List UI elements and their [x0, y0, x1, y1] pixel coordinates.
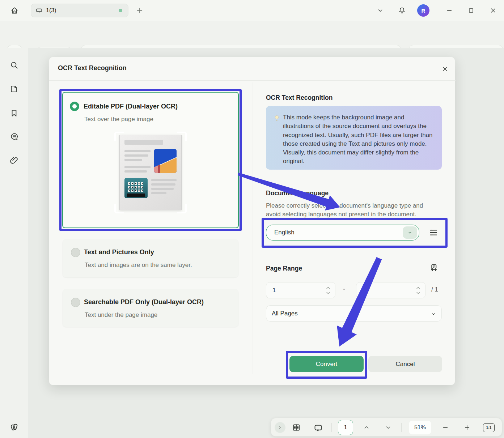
home-icon [10, 6, 19, 15]
close-icon [441, 65, 449, 73]
zoom-level[interactable]: 51% [409, 421, 431, 434]
statusbar: 1 51% 1:1 [271, 418, 502, 437]
scan-corner-icon [114, 204, 124, 213]
chevron-up-down-icon [326, 285, 331, 296]
scan-corner-icon [114, 132, 124, 141]
option-title: Text and Pictures Only [84, 248, 154, 256]
home-button[interactable] [8, 4, 21, 17]
language-settings-button[interactable] [427, 226, 440, 239]
dialog-title: OCR Text Recognition [58, 64, 127, 72]
preview-photo-windows [124, 178, 148, 198]
page-from-field [266, 282, 335, 298]
monitor-icon [35, 7, 43, 14]
new-tab-button[interactable] [133, 4, 146, 17]
lightbulb-icon [273, 115, 280, 123]
page-from-input[interactable] [266, 282, 335, 298]
option-searchable-pdf[interactable]: Searchable PDF Only (Dual-layer OCR) Tex… [63, 289, 238, 327]
maximize-icon [467, 7, 475, 14]
page-scope-select[interactable]: All Pages [266, 305, 442, 322]
language-select[interactable]: English [266, 225, 419, 241]
page-scope-value: All Pages [272, 310, 298, 317]
stepper-buttons[interactable] [326, 285, 331, 296]
language-description: Please correctly select the document's l… [266, 201, 435, 219]
language-select-chevron-button[interactable] [403, 226, 417, 239]
option-subtitle: Text under the page image [85, 311, 157, 319]
minimize-icon [446, 7, 453, 14]
dialog-header-divider [49, 80, 456, 81]
option-title: Searchable PDF Only (Dual-layer OCR) [84, 298, 204, 306]
maximize-button[interactable] [465, 4, 478, 17]
scan-corner-icon [177, 132, 187, 141]
reading-mode-button[interactable] [289, 418, 304, 437]
titlebar-expand-button[interactable] [374, 4, 386, 17]
sidebar-item-search[interactable] [7, 58, 21, 72]
plus-icon [136, 7, 144, 14]
custom-page-range-button[interactable] [428, 262, 440, 274]
sidebar-item-pages[interactable] [7, 82, 21, 96]
chat-icon [9, 132, 19, 141]
statusbar-expand-button[interactable] [275, 422, 285, 433]
chevron-up-icon [363, 424, 370, 431]
preview-photo-building [154, 149, 177, 173]
previous-page-button[interactable] [359, 418, 374, 437]
presentation-mode-button[interactable] [311, 418, 325, 437]
page-range-heading: Page Range [266, 265, 302, 272]
next-page-button[interactable] [381, 418, 395, 437]
page-to-input[interactable] [356, 282, 425, 298]
option-text-pictures-only[interactable]: Text and Pictures Only Text and images a… [63, 239, 238, 277]
tab-label: 1(3) [46, 7, 56, 14]
close-window-button[interactable] [487, 4, 500, 17]
panel-divider [266, 180, 442, 180]
notifications-button[interactable] [395, 4, 408, 17]
sidebar-item-attachments[interactable] [7, 154, 21, 167]
sliders-icon [428, 227, 439, 238]
sidebar-item-comments[interactable] [7, 129, 21, 143]
cancel-button[interactable]: Cancel [368, 356, 442, 372]
language-value: English [274, 229, 295, 236]
page-range-icon [428, 263, 439, 273]
actual-size-button[interactable]: 1:1 [483, 423, 495, 432]
presentation-icon [313, 423, 323, 433]
radio-unselected[interactable] [71, 298, 80, 307]
two-page-view-icon [292, 423, 301, 432]
minimize-button[interactable] [443, 4, 456, 17]
option-title: Editable PDF (Dual-layer OCR) [84, 103, 178, 110]
annotation-rect-option1: Editable PDF (Dual-layer OCR) Text over … [59, 89, 242, 231]
chevron-up-down-icon [416, 285, 421, 296]
page-to-field [356, 282, 425, 298]
stepper-buttons[interactable] [416, 285, 421, 296]
panel-heading: OCR Text Recognition [266, 94, 333, 102]
sidebar [0, 48, 28, 438]
option-subtitle: Text over the page image [84, 116, 153, 123]
bell-icon [398, 6, 406, 15]
dialog-column-divider [253, 82, 253, 374]
bookmark-icon [9, 109, 19, 118]
page-total: / 1 [431, 286, 438, 293]
palette-icon [9, 422, 19, 432]
radio-selected[interactable] [70, 102, 79, 111]
avatar[interactable]: R [417, 4, 429, 17]
range-separator: - [343, 285, 345, 293]
document-tab[interactable]: 1(3) [31, 4, 128, 17]
zoom-in-button[interactable] [460, 418, 474, 437]
chevron-down-icon [377, 7, 384, 14]
minus-icon [442, 424, 449, 431]
option-subtitle: Text and images are on the same layer. [85, 261, 192, 269]
statusbar-separator [331, 423, 332, 432]
titlebar: 1(3) R [0, 0, 504, 21]
ocr-dialog: OCR Text Recognition Editable PDF (Dual-… [49, 57, 455, 385]
ocr-preview-illustration [114, 132, 187, 213]
search-icon [9, 60, 19, 70]
language-heading: Document Language [266, 190, 329, 197]
chevron-down-icon [431, 311, 436, 317]
convert-button[interactable]: Convert [289, 356, 364, 372]
radio-unselected[interactable] [71, 248, 80, 257]
zoom-out-button[interactable] [438, 418, 453, 437]
page-number-box[interactable]: 1 [338, 420, 353, 435]
sidebar-item-bookmarks[interactable] [7, 106, 21, 120]
sidebar-item-themes[interactable] [7, 420, 21, 434]
paperclip-icon [9, 156, 19, 165]
preview-page [119, 135, 182, 210]
dialog-close-button[interactable] [440, 64, 450, 75]
option-editable-pdf[interactable]: Editable PDF (Dual-layer OCR) Text over … [62, 92, 239, 228]
